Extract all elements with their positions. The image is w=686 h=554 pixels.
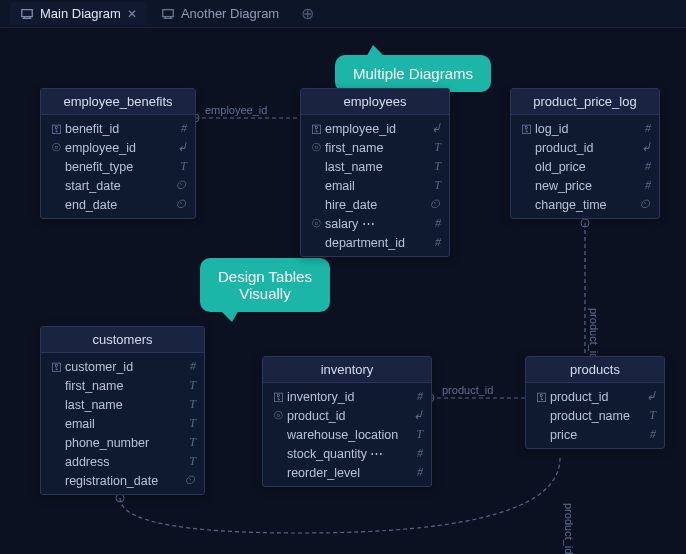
column-type-icon: #: [180, 359, 196, 374]
table-body: ⚿employee_id↲⦾first_nameTlast_nameTemail…: [301, 115, 449, 256]
table-title: employees: [301, 89, 449, 115]
diagram-canvas[interactable]: employee_id product_id product_id produc…: [0, 28, 686, 554]
svg-point-4: [581, 219, 589, 227]
column-name: salary ⋯: [325, 216, 425, 231]
column-type-icon: ↲: [425, 121, 441, 136]
column-name: start_date: [65, 179, 171, 193]
column-type-icon: T: [180, 454, 196, 469]
table-inventory[interactable]: inventory ⚿inventory_id#⦾product_id↲ware…: [262, 356, 432, 487]
column-name: email: [65, 417, 180, 431]
column-row[interactable]: change_time⏲: [511, 195, 659, 214]
callout-multiple-diagrams: Multiple Diagrams: [335, 55, 491, 92]
column-row[interactable]: new_price#: [511, 176, 659, 195]
column-row[interactable]: ⚿benefit_id#: [41, 119, 195, 138]
column-row[interactable]: phone_numberT: [41, 433, 204, 452]
column-name: reorder_level: [287, 466, 407, 480]
column-name: employee_id: [325, 122, 425, 136]
column-row[interactable]: stock_quantity ⋯#: [263, 444, 431, 463]
column-row[interactable]: ⚿product_id↲: [526, 387, 664, 406]
column-row[interactable]: warehouse_locationT: [263, 425, 431, 444]
table-customers[interactable]: customers ⚿customer_id#first_nameTlast_n…: [40, 326, 205, 495]
column-type-icon: ⏲: [425, 197, 441, 212]
column-row[interactable]: first_nameT: [41, 376, 204, 395]
column-name: warehouse_location: [287, 428, 407, 442]
column-row[interactable]: ⦾first_nameT: [301, 138, 449, 157]
column-row[interactable]: benefit_typeT: [41, 157, 195, 176]
column-name: log_id: [535, 122, 635, 136]
column-name: registration_date: [65, 474, 180, 488]
column-row[interactable]: ⦾product_id↲: [263, 406, 431, 425]
tab-main-diagram[interactable]: Main Diagram ✕: [10, 2, 147, 25]
column-type-icon: T: [180, 378, 196, 393]
column-key-icon: ⦾: [47, 141, 65, 154]
column-row[interactable]: old_price#: [511, 157, 659, 176]
column-row[interactable]: ⚿log_id#: [511, 119, 659, 138]
column-name: product_id: [535, 141, 635, 155]
column-name: product_id: [287, 409, 407, 423]
column-name: phone_number: [65, 436, 180, 450]
add-tab-button[interactable]: ⊕: [293, 4, 322, 23]
column-type-icon: T: [425, 178, 441, 193]
column-key-icon: ⦾: [307, 217, 325, 230]
column-row[interactable]: ⦾salary ⋯#: [301, 214, 449, 233]
table-employee-benefits[interactable]: employee_benefits ⚿benefit_id#⦾employee_…: [40, 88, 196, 219]
tab-label: Main Diagram: [40, 6, 121, 21]
column-type-icon: T: [180, 416, 196, 431]
column-type-icon: T: [171, 159, 187, 174]
column-row[interactable]: reorder_level#: [263, 463, 431, 482]
column-row[interactable]: product_nameT: [526, 406, 664, 425]
column-row[interactable]: ⚿employee_id↲: [301, 119, 449, 138]
svg-rect-0: [22, 9, 33, 16]
column-row[interactable]: registration_date⏲: [41, 471, 204, 490]
column-row[interactable]: addressT: [41, 452, 204, 471]
column-key-icon: ⚿: [47, 361, 65, 373]
table-body: ⚿benefit_id#⦾employee_id↲benefit_typeTst…: [41, 115, 195, 218]
column-row[interactable]: ⚿inventory_id#: [263, 387, 431, 406]
column-name: price: [550, 428, 640, 442]
column-type-icon: T: [425, 159, 441, 174]
column-name: old_price: [535, 160, 635, 174]
table-products[interactable]: products ⚿product_id↲product_nameTprice#: [525, 356, 665, 449]
close-icon[interactable]: ✕: [127, 7, 137, 21]
column-type-icon: #: [640, 427, 656, 442]
column-type-icon: ⏲: [171, 197, 187, 212]
svg-point-5: [116, 494, 124, 502]
column-row[interactable]: price#: [526, 425, 664, 444]
table-title: product_price_log: [511, 89, 659, 115]
table-product-price-log[interactable]: product_price_log ⚿log_id#product_id↲old…: [510, 88, 660, 219]
tab-label: Another Diagram: [181, 6, 279, 21]
column-key-icon: ⚿: [47, 123, 65, 135]
column-name: change_time: [535, 198, 635, 212]
callout-design-tables: Design TablesVisually: [200, 258, 330, 312]
link-label: product_id: [442, 384, 493, 396]
column-row[interactable]: product_id↲: [511, 138, 659, 157]
tab-another-diagram[interactable]: Another Diagram: [151, 2, 289, 25]
svg-rect-1: [163, 9, 174, 16]
column-row[interactable]: start_date⏲: [41, 176, 195, 195]
column-row[interactable]: last_nameT: [41, 395, 204, 414]
column-type-icon: ⏲: [635, 197, 651, 212]
table-body: ⚿log_id#product_id↲old_price#new_price#c…: [511, 115, 659, 218]
column-name: product_name: [550, 409, 640, 423]
table-employees[interactable]: employees ⚿employee_id↲⦾first_nameTlast_…: [300, 88, 450, 257]
column-name: last_name: [65, 398, 180, 412]
column-name: benefit_type: [65, 160, 171, 174]
table-title: employee_benefits: [41, 89, 195, 115]
column-row[interactable]: emailT: [301, 176, 449, 195]
column-type-icon: T: [425, 140, 441, 155]
column-key-icon: ⚿: [517, 123, 535, 135]
column-type-icon: #: [407, 389, 423, 404]
column-row[interactable]: department_id#: [301, 233, 449, 252]
column-row[interactable]: hire_date⏲: [301, 195, 449, 214]
column-type-icon: ⏲: [180, 473, 196, 488]
column-name: email: [325, 179, 425, 193]
column-name: first_name: [325, 141, 425, 155]
column-row[interactable]: end_date⏲: [41, 195, 195, 214]
column-key-icon: ⦾: [307, 141, 325, 154]
column-type-icon: T: [640, 408, 656, 423]
column-row[interactable]: emailT: [41, 414, 204, 433]
column-row[interactable]: ⚿customer_id#: [41, 357, 204, 376]
table-title: inventory: [263, 357, 431, 383]
column-row[interactable]: last_nameT: [301, 157, 449, 176]
column-row[interactable]: ⦾employee_id↲: [41, 138, 195, 157]
